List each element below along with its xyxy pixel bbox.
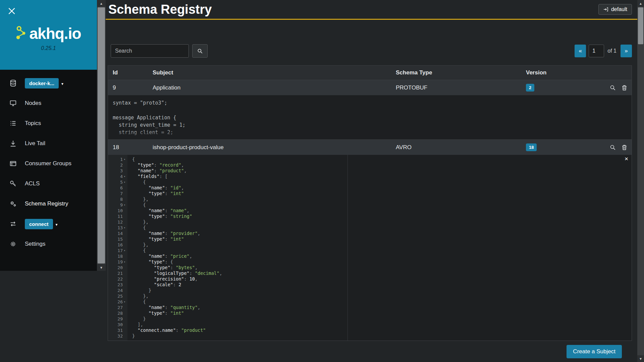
fold-toggle-icon[interactable]: ▾	[123, 299, 126, 305]
editor-line: 8 },	[108, 196, 632, 202]
editor-line: 29 }	[108, 316, 632, 322]
main-area: Schema Registry default	[106, 0, 637, 362]
chevron-down-icon: ▾	[61, 81, 63, 86]
schema-table: Id Subject Schema Type Version 9 Applica…	[108, 65, 632, 341]
fold-toggle-icon[interactable]: ▾	[123, 157, 126, 162]
editor-line: 25 },	[108, 293, 632, 299]
sidebar-item-label: Settings	[25, 241, 45, 247]
column-header-actions	[601, 69, 632, 76]
column-header-subject: Subject	[148, 66, 391, 80]
editor-line: 1▾{	[108, 157, 632, 162]
sidebar-scrollbar[interactable]: ▲ ▼	[97, 0, 106, 271]
sidebar-item-cluster[interactable]: docker-k...▾	[0, 73, 97, 93]
editor-line: 23 "scale": 2	[108, 282, 632, 288]
page-scrollbar-thumb[interactable]	[638, 7, 643, 44]
editor-line: 24 }	[108, 288, 632, 293]
sidebar-item-topics[interactable]: Topics	[0, 113, 97, 133]
row-id: 9	[108, 81, 148, 95]
pagination-next-button[interactable]: »	[621, 45, 632, 57]
fold-toggle-icon[interactable]: ▾	[123, 174, 126, 179]
sidebar-item-live-tail[interactable]: Live Tail	[0, 133, 97, 154]
fold-toggle-icon[interactable]: ▾	[123, 225, 126, 231]
avro-editor-body: 1▾{2 "type": "record",3 "name": "product…	[108, 157, 632, 339]
search-group	[111, 44, 208, 58]
row-id: 18	[108, 140, 148, 155]
scroll-up-icon[interactable]: ▲	[637, 0, 644, 7]
fold-toggle-icon[interactable]: ▾	[123, 202, 126, 208]
sidebar-item-schema-registry[interactable]: Schema Registry	[0, 194, 97, 214]
editor-line: 18 "name": "price",	[108, 253, 632, 259]
sidebar-item-acls[interactable]: ACLS	[0, 174, 97, 194]
fold-toggle-icon[interactable]: ▾	[123, 179, 126, 185]
sidebar: akhq.io 0.25.1 docker-k...▾	[0, 0, 97, 271]
editor-line: 7 "type": "int"	[108, 191, 632, 196]
connect-selector-button[interactable]: connect	[25, 219, 53, 229]
sidebar-item-settings[interactable]: Settings	[0, 234, 97, 254]
sidebar-scrollbar-thumb[interactable]	[98, 7, 105, 263]
avro-schema-editor[interactable]: × 1▾{2 "type": "record",3 "name": "produ…	[108, 155, 632, 341]
row-actions	[601, 140, 632, 154]
sidebar-item-nodes[interactable]: Nodes	[0, 93, 97, 113]
row-version: 18	[521, 140, 601, 155]
page-count-label: of 1	[607, 48, 616, 54]
editor-line: 12 },	[108, 219, 632, 225]
row-schema-type: AVRO	[391, 140, 521, 155]
cluster-selector-button[interactable]: docker-k...	[25, 78, 59, 88]
pagination: « of 1 »	[575, 45, 632, 57]
sidebar-close-icon[interactable]	[7, 7, 16, 15]
editor-line: 14 "name": "provider",	[108, 231, 632, 236]
editor-line: 13▾ {	[108, 225, 632, 231]
sidebar-item-connect[interactable]: connect▾	[0, 214, 97, 234]
sidebar-item-consumer-groups[interactable]: Consumer Groups	[0, 154, 97, 174]
gears-icon	[9, 200, 18, 207]
scroll-down-icon[interactable]: ▼	[97, 264, 106, 271]
close-icon[interactable]: ×	[625, 156, 628, 162]
editor-line: 16 },	[108, 242, 632, 248]
sidebar-item-label: ACLS	[25, 180, 40, 187]
view-schema-icon[interactable]	[609, 144, 616, 150]
editor-line: 19▾ "type": {	[108, 259, 632, 265]
user-default-button[interactable]: default	[598, 4, 632, 15]
fold-toggle-icon[interactable]: ▾	[123, 248, 126, 253]
sidebar-wrap: akhq.io 0.25.1 docker-k...▾	[0, 0, 106, 271]
sidebar-logo-block: akhq.io 0.25.1	[0, 0, 97, 70]
scroll-down-icon[interactable]: ▼	[637, 355, 644, 362]
fold-toggle-icon[interactable]: ▾	[123, 259, 126, 265]
logo-text: akhq.io	[29, 24, 81, 43]
main-header: Schema Registry default	[106, 0, 637, 20]
editor-line: 22 "precision": 10,	[108, 276, 632, 282]
search-button[interactable]	[192, 44, 208, 58]
page-title: Schema Registry	[108, 2, 212, 17]
sidebar-item-label: Live Tail	[25, 140, 45, 147]
editor-line: 21 "logicalType": "decimal",	[108, 270, 632, 276]
view-schema-icon[interactable]	[609, 84, 616, 91]
column-header-version: Version	[521, 66, 601, 80]
sidebar-menu: docker-k...▾ Nodes Topics	[0, 70, 97, 254]
search-input[interactable]	[111, 44, 189, 58]
version-badge: 18	[526, 143, 537, 151]
delete-schema-icon[interactable]	[621, 144, 628, 150]
table-row[interactable]: 18 ishop-product-product-value AVRO 18	[108, 139, 632, 155]
footer-bar: Create a Subject	[108, 341, 632, 362]
page-number-input[interactable]	[589, 45, 604, 57]
monitor-icon	[9, 100, 18, 107]
editor-line: 28 "type": "int"	[108, 310, 632, 316]
download-arrow-icon	[9, 140, 18, 147]
database-icon	[9, 79, 18, 87]
scroll-up-icon[interactable]: ▲	[97, 0, 106, 7]
user-default-label: default	[611, 6, 627, 12]
editor-line: 10 "name": "name",	[108, 208, 632, 214]
table-row[interactable]: 9 Application PROTOBUF 2	[108, 80, 632, 95]
editor-line: 2 "type": "record",	[108, 162, 632, 168]
page-scrollbar[interactable]: ▲ ▼	[637, 0, 644, 362]
create-subject-button[interactable]: Create a Subject	[567, 345, 622, 358]
sidebar-item-label: Schema Registry	[25, 200, 68, 207]
delete-schema-icon[interactable]	[621, 84, 628, 91]
editor-line: 31 "connect.name": "product"	[108, 327, 632, 333]
sidebar-item-label: Nodes	[25, 100, 41, 107]
sidebar-item-label: Consumer Groups	[25, 160, 71, 167]
pagination-prev-button[interactable]: «	[575, 45, 586, 57]
search-icon	[197, 48, 203, 54]
logo[interactable]: akhq.io	[16, 24, 81, 43]
editor-line: 26▾ {	[108, 299, 632, 305]
